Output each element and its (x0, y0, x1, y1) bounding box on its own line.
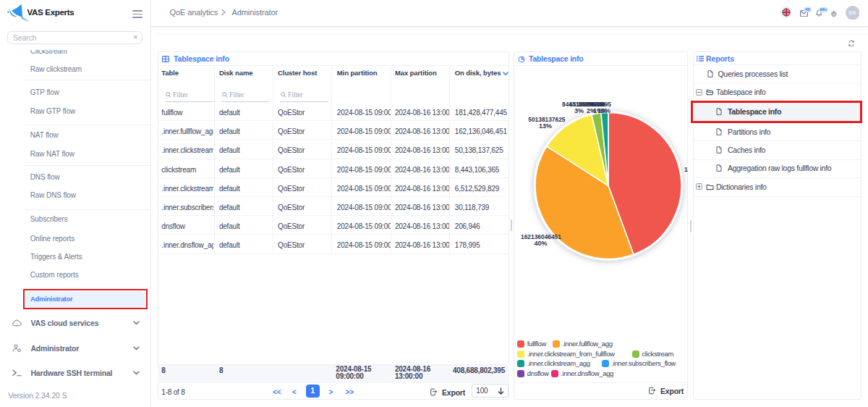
svg-text:13%: 13% (539, 122, 552, 130)
svg-text:EK: EK (848, 9, 856, 16)
svg-text:3%: 3% (574, 107, 584, 114)
svg-text:45: 45 (805, 7, 810, 12)
svg-text:181428477445: 181428477445 (684, 166, 688, 173)
svg-text:99+: 99+ (820, 7, 827, 12)
svg-text:50138137625: 50138137625 (528, 116, 566, 123)
svg-text:0%: 0% (601, 107, 610, 114)
svg-text:40%: 40% (534, 240, 547, 247)
